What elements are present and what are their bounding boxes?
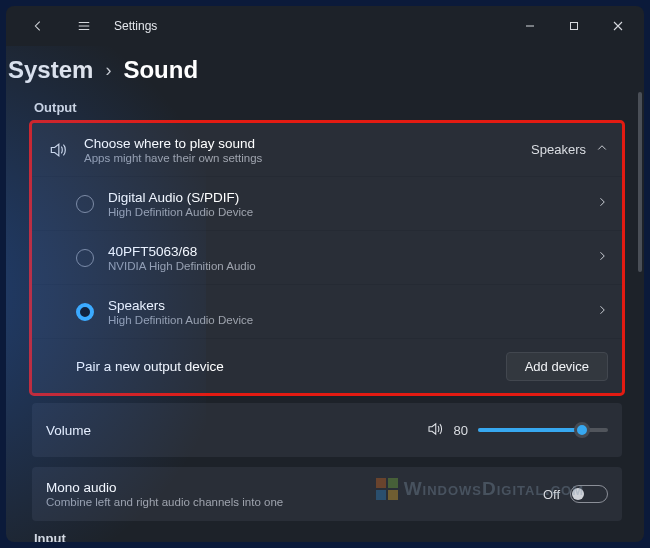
add-device-button[interactable]: Add device — [506, 352, 608, 381]
device-title: Speakers — [108, 298, 582, 313]
maximize-button[interactable] — [552, 8, 596, 44]
output-current-value: Speakers — [531, 142, 586, 157]
chevron-right-icon[interactable] — [596, 250, 608, 265]
device-subtitle: NVIDIA High Definition Audio — [108, 260, 582, 272]
pair-device-row: Pair a new output device Add device — [32, 339, 622, 393]
menu-button[interactable] — [64, 8, 104, 44]
output-device-expander[interactable]: Choose where to play sound Apps might ha… — [32, 123, 622, 177]
output-section-label: Output — [14, 100, 622, 123]
radio-selected[interactable] — [76, 303, 94, 321]
mono-state: Off — [543, 487, 560, 502]
input-section-label: Input — [14, 531, 622, 542]
title-bar: Settings — [6, 6, 644, 46]
device-title: 40PFT5063/68 — [108, 244, 582, 259]
mono-toggle[interactable] — [570, 485, 608, 503]
settings-window: Settings System › Sound Output — [6, 6, 644, 542]
speaker-icon — [46, 140, 70, 160]
scrollbar[interactable] — [638, 92, 642, 496]
volume-row: Volume 80 — [32, 403, 622, 457]
radio-unselected[interactable] — [76, 249, 94, 267]
chevron-up-icon — [596, 142, 608, 157]
breadcrumb: System › Sound — [8, 52, 622, 100]
minimize-button[interactable] — [508, 8, 552, 44]
output-header-subtitle: Apps might have their own settings — [84, 152, 517, 164]
output-device-option[interactable]: Digital Audio (S/PDIF) High Definition A… — [32, 177, 622, 231]
output-header-title: Choose where to play sound — [84, 136, 517, 151]
output-device-option[interactable]: 40PFT5063/68 NVIDIA High Definition Audi… — [32, 231, 622, 285]
chevron-right-icon: › — [105, 60, 111, 81]
mono-audio-card: Mono audio Combine left and right audio … — [32, 467, 622, 521]
scrollbar-thumb[interactable] — [638, 92, 642, 272]
output-device-option[interactable]: Speakers High Definition Audio Device — [32, 285, 622, 339]
device-subtitle: High Definition Audio Device — [108, 206, 582, 218]
output-card: Choose where to play sound Apps might ha… — [32, 123, 622, 393]
device-title: Digital Audio (S/PDIF) — [108, 190, 582, 205]
mono-audio-row[interactable]: Mono audio Combine left and right audio … — [32, 467, 622, 521]
chevron-right-icon[interactable] — [596, 196, 608, 211]
breadcrumb-current: Sound — [123, 56, 198, 84]
chevron-right-icon[interactable] — [596, 304, 608, 319]
svg-rect-0 — [571, 23, 578, 30]
breadcrumb-parent[interactable]: System — [8, 56, 93, 84]
volume-card: Volume 80 — [32, 403, 622, 457]
device-subtitle: High Definition Audio Device — [108, 314, 582, 326]
radio-unselected[interactable] — [76, 195, 94, 213]
mono-subtitle: Combine left and right audio channels in… — [46, 496, 529, 508]
volume-label: Volume — [46, 423, 412, 438]
volume-icon[interactable] — [426, 420, 444, 441]
back-button[interactable] — [18, 8, 58, 44]
pair-label: Pair a new output device — [76, 359, 492, 374]
mono-title: Mono audio — [46, 480, 529, 495]
volume-slider[interactable] — [478, 421, 608, 439]
slider-thumb[interactable] — [574, 422, 590, 438]
volume-value: 80 — [454, 423, 468, 438]
app-title: Settings — [114, 19, 157, 33]
close-button[interactable] — [596, 8, 640, 44]
